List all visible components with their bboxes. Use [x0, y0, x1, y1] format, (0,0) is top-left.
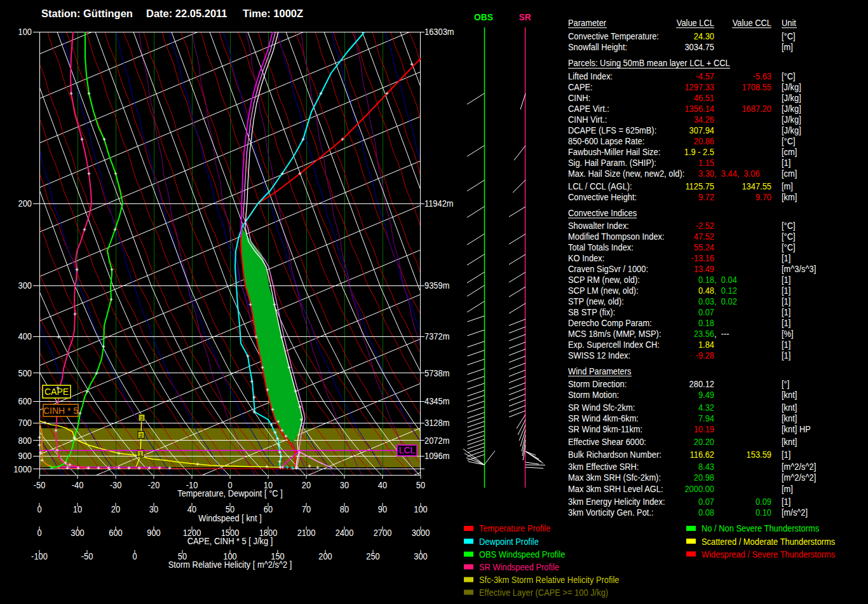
svg-text:400: 400 — [18, 331, 32, 341]
svg-text:3000: 3000 — [412, 527, 430, 538]
svg-text:Total Totals Index:: Total Totals Index: — [568, 242, 634, 252]
svg-text:30: 30 — [149, 504, 159, 514]
svg-text:-50: -50 — [34, 479, 46, 490]
svg-text:0.03: 0.03 — [698, 296, 714, 306]
svg-text:9.72: 9.72 — [698, 191, 714, 202]
svg-text:0.48: 0.48 — [698, 285, 714, 296]
svg-text:23.56: 23.56 — [694, 328, 714, 339]
svg-text:100: 100 — [414, 504, 428, 514]
svg-text:0.10: 0.10 — [756, 507, 771, 518]
svg-text:1347.55: 1347.55 — [742, 181, 771, 191]
svg-text:-5.63: -5.63 — [753, 71, 772, 81]
svg-text:10: 10 — [73, 504, 83, 514]
svg-text:2100: 2100 — [297, 527, 316, 538]
svg-text:20: 20 — [302, 479, 311, 490]
svg-text:CAPE:: CAPE: — [568, 81, 593, 92]
svg-text:Showalter Index:: Showalter Index: — [568, 220, 629, 231]
svg-text:[cm]: [cm] — [782, 168, 797, 179]
svg-text:Value CCL: Value CCL — [733, 17, 772, 28]
svg-text:50: 50 — [416, 479, 426, 490]
svg-text:Bulk Richardson Number:: Bulk Richardson Number: — [568, 449, 661, 460]
svg-text:-13.16: -13.16 — [691, 252, 714, 263]
svg-text:1000: 1000 — [13, 463, 32, 474]
svg-text:0: 0 — [132, 551, 137, 561]
svg-text:CINH:: CINH: — [568, 92, 590, 103]
svg-text:-20: -20 — [148, 479, 160, 490]
svg-text:Windspeed [ knt ]: Windspeed [ knt ] — [198, 512, 262, 523]
svg-text:7372m: 7372m — [424, 331, 449, 341]
svg-text:, 0.04: , 0.04 — [714, 274, 737, 285]
svg-text:Derecho Comp Param:: Derecho Comp Param: — [568, 317, 652, 328]
svg-text:Unit: Unit — [782, 17, 796, 28]
svg-text:Storm Motion:: Storm Motion: — [568, 389, 619, 400]
svg-text:2: 2 — [139, 432, 142, 439]
svg-text:Max 3km SRH (Sfc-2km):: Max 3km SRH (Sfc-2km): — [568, 472, 661, 483]
svg-text:Scattered / Moderate Thunderst: Scattered / Moderate Thunderstorms — [702, 536, 835, 547]
svg-text:800: 800 — [18, 435, 32, 446]
svg-text:Convective Temperature:: Convective Temperature: — [568, 31, 659, 41]
svg-text:Parameter: Parameter — [568, 17, 606, 28]
svg-text:47.52: 47.52 — [694, 231, 714, 242]
svg-text:46.51: 46.51 — [694, 92, 714, 103]
svg-text:Wind Parameters: Wind Parameters — [568, 366, 632, 376]
svg-text:SR: SR — [519, 11, 531, 22]
svg-text:Effective Shear 6000:: Effective Shear 6000: — [568, 436, 646, 447]
svg-text:[1]: [1] — [782, 252, 790, 263]
svg-text:40: 40 — [187, 504, 197, 514]
svg-text:Widespread / Severe Thundersto: Widespread / Severe Thunderstorms — [702, 549, 835, 559]
svg-text:Dewpoint Profile: Dewpoint Profile — [479, 536, 539, 547]
svg-text:[cm]: [cm] — [782, 146, 797, 157]
svg-text:[°C]: [°C] — [782, 231, 796, 242]
svg-text:2400: 2400 — [336, 527, 354, 538]
svg-text:[m^2/s^2]: [m^2/s^2] — [782, 461, 816, 472]
svg-text:8.43: 8.43 — [698, 461, 714, 472]
svg-text:Effective Layer (CAPE >= 100 J: Effective Layer (CAPE >= 100 J/kg) — [479, 587, 608, 598]
svg-text:3034.75: 3034.75 — [684, 41, 714, 52]
svg-text:CINH * 5: CINH * 5 — [43, 406, 78, 416]
svg-text:600: 600 — [109, 527, 123, 538]
svg-text:KO Index:: KO Index: — [568, 252, 604, 263]
svg-text:STP (new, old):: STP (new, old): — [568, 296, 624, 306]
svg-text:[J/kg]: [J/kg] — [782, 92, 801, 103]
svg-text:1.15: 1.15 — [698, 157, 714, 168]
svg-text:280.12: 280.12 — [689, 378, 715, 389]
svg-text:1: 1 — [139, 451, 142, 457]
svg-text:900: 900 — [18, 450, 32, 461]
svg-text:20: 20 — [111, 504, 121, 514]
svg-text:850-600 Lapse Rate:: 850-600 Lapse Rate: — [568, 135, 644, 146]
svg-text:300: 300 — [71, 527, 85, 538]
svg-text:3km Vorticity Gen. Pot.:: 3km Vorticity Gen. Pot.: — [568, 507, 654, 518]
svg-text:13.49: 13.49 — [694, 263, 714, 274]
svg-text:600: 600 — [18, 395, 32, 406]
svg-text:116.62: 116.62 — [690, 449, 715, 460]
svg-text:SR Wind 9km-11km:: SR Wind 9km-11km: — [568, 423, 642, 434]
svg-text:[1]: [1] — [782, 285, 790, 296]
svg-text:70: 70 — [302, 504, 311, 514]
svg-text:OBS: OBS — [474, 11, 493, 22]
svg-text:0: 0 — [37, 527, 41, 538]
svg-text:DCAPE (LFS = 625mB):: DCAPE (LFS = 625mB): — [568, 125, 656, 135]
svg-text:-40: -40 — [72, 479, 84, 490]
svg-text:-100: -100 — [31, 551, 48, 561]
svg-text:[1]: [1] — [782, 157, 790, 168]
svg-text:4345m: 4345m — [424, 395, 449, 406]
svg-text:[m^2/s^2]: [m^2/s^2] — [782, 472, 816, 483]
svg-text:Station: Güttingen: Station: Güttingen — [41, 8, 133, 19]
svg-text:40: 40 — [378, 479, 388, 490]
svg-text:307.94: 307.94 — [689, 125, 715, 135]
svg-text:SWISS 12 Index:: SWISS 12 Index: — [568, 350, 630, 360]
svg-text:[km]: [km] — [782, 191, 797, 202]
svg-text:3.30: 3.30 — [698, 168, 714, 179]
svg-text:3128m: 3128m — [424, 417, 449, 428]
svg-text:SCP LM (new, old):: SCP LM (new, old): — [568, 285, 639, 296]
svg-text:[1]: [1] — [782, 296, 790, 306]
svg-text:9359m: 9359m — [424, 280, 449, 291]
svg-text:10.19: 10.19 — [694, 423, 714, 434]
svg-text:, 0.02: , 0.02 — [714, 296, 737, 306]
svg-text:9.70: 9.70 — [756, 191, 771, 202]
svg-text:0.07: 0.07 — [698, 306, 714, 317]
svg-text:24.30: 24.30 — [694, 31, 714, 41]
svg-text:Sfc-3km Storm Relative Helicit: Sfc-3km Storm Relative Helicity Profile — [479, 574, 620, 585]
svg-text:5738m: 5738m — [424, 367, 449, 378]
svg-text:[1]: [1] — [782, 317, 790, 328]
